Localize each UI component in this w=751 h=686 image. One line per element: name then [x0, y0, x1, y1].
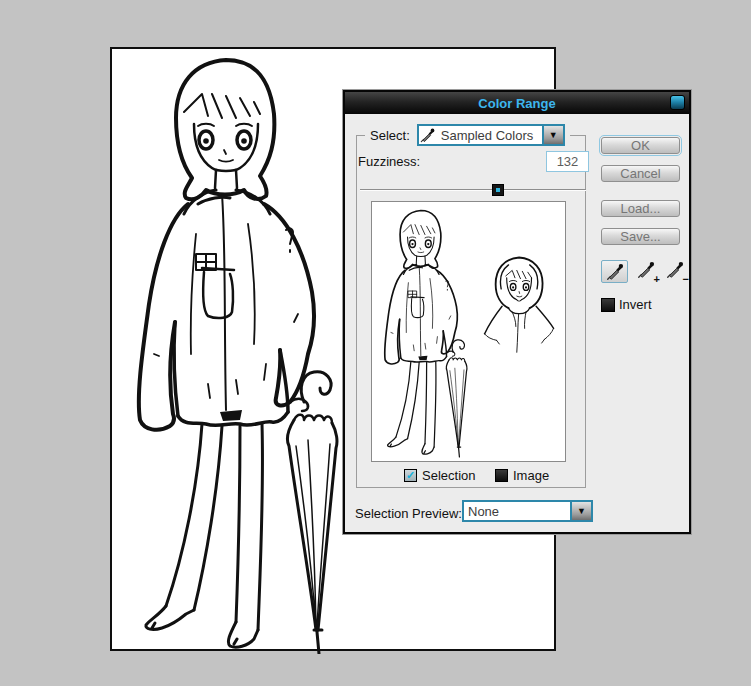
sampled-colors-dropdown[interactable]: Sampled Colors ▼	[417, 124, 565, 146]
raincoat-girl-drawing	[118, 54, 358, 654]
select-value: Sampled Colors	[437, 128, 542, 143]
selection-preview-dropdown[interactable]: None ▼	[462, 500, 593, 522]
select-label: Select:	[370, 128, 410, 143]
color-range-dialog: Color Range Select: Sampled Colors ▼ Fuz…	[343, 90, 691, 534]
fuzziness-input[interactable]: 132	[546, 151, 589, 172]
eyedropper-add-button[interactable]: +	[633, 260, 659, 283]
titlebar-button[interactable]	[670, 95, 685, 110]
minus-glyph: −	[683, 274, 689, 285]
plus-glyph: +	[654, 274, 660, 285]
dialog-title: Color Range	[478, 96, 555, 111]
selection-checkbox-label: Selection	[422, 468, 475, 483]
cancel-button[interactable]: Cancel	[601, 165, 680, 182]
fuzziness-slider[interactable]	[360, 183, 586, 198]
fuzziness-slider-thumb[interactable]	[492, 184, 504, 196]
selection-preview-label: Selection Preview:	[355, 506, 462, 521]
invert-option: Invert	[601, 297, 652, 312]
dropdown-arrow-icon[interactable]: ▼	[570, 502, 591, 520]
select-row: Select: Sampled Colors ▼	[365, 123, 570, 147]
eyedropper-icon	[419, 127, 437, 144]
slider-track[interactable]	[360, 189, 586, 191]
ok-button[interactable]: OK	[601, 137, 680, 154]
preview-artwork	[372, 202, 566, 462]
invert-checkbox[interactable]	[601, 298, 615, 312]
image-checkbox-box[interactable]	[495, 469, 508, 482]
fuzziness-label: Fuzziness:	[358, 154, 420, 169]
invert-label: Invert	[619, 297, 652, 312]
eyedropper-icon	[605, 262, 625, 282]
dialog-titlebar[interactable]: Color Range	[345, 92, 689, 114]
load-button[interactable]: Load...	[601, 200, 680, 217]
selection-preview-thumbnail[interactable]	[371, 201, 566, 462]
eyedropper-sample-button[interactable]	[601, 260, 628, 283]
eyedropper-subtract-button[interactable]: −	[662, 260, 688, 283]
checkmark-icon[interactable]: ✓	[404, 469, 417, 482]
save-button[interactable]: Save...	[601, 228, 680, 245]
dropdown-arrow-icon[interactable]: ▼	[542, 126, 563, 144]
image-checkbox-label: Image	[513, 468, 549, 483]
image-checkbox[interactable]: Image	[495, 468, 549, 483]
selection-checkbox[interactable]: ✓ Selection	[404, 468, 475, 483]
selection-preview-value: None	[464, 504, 570, 519]
